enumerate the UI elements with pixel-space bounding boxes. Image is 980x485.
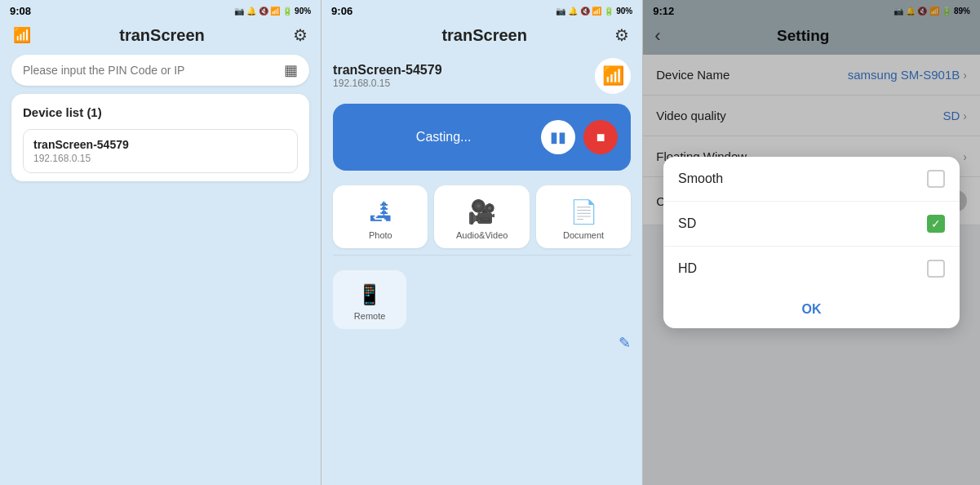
device-header-row: tranScreen-54579 192.168.0.15 📶 xyxy=(321,51,642,97)
status-icons-2: 📷 🔔 🔇 📶 🔋 90% xyxy=(556,7,632,16)
edit-icon[interactable]: ✎ xyxy=(619,334,631,352)
device-name-1: tranScreen-54579 xyxy=(33,138,287,151)
media-photo[interactable]: 🏞 Photo xyxy=(333,185,428,248)
status-bar-1: 9:08 📷 🔔 🔇 📶 🔋 90% xyxy=(0,0,321,20)
app-title-1: tranScreen xyxy=(119,26,205,45)
remote-section: 📱 Remote xyxy=(333,270,631,329)
casting-text: Casting... xyxy=(346,130,541,145)
gear-icon-1[interactable]: ⚙ xyxy=(293,25,308,45)
casting-card: Casting... ▮▮ ■ xyxy=(333,104,631,171)
panel-device-list: 9:08 📷 🔔 🔇 📶 🔋 90% 📶 tranScreen ⚙ ▦ Devi… xyxy=(0,0,321,485)
device-info: tranScreen-54579 192.168.0.15 xyxy=(333,63,441,89)
remote-label: Remote xyxy=(354,311,386,321)
status-bar-2: 9:06 📷 🔔 🔇 📶 🔋 90% xyxy=(321,0,642,20)
remote-card[interactable]: 📱 Remote xyxy=(333,270,406,329)
media-grid: 🏞 Photo 🎥 Audio&Video 📄 Document xyxy=(333,185,631,248)
time-2: 9:06 xyxy=(331,5,353,17)
gear-icon-2[interactable]: ⚙ xyxy=(614,25,629,45)
photo-icon: 🏞 xyxy=(369,198,392,225)
dialog-option-sd[interactable]: SD ✓ xyxy=(663,202,960,247)
device-avatar: 📶 xyxy=(595,58,631,94)
search-bar[interactable]: ▦ xyxy=(11,55,309,86)
wifi-icon: 📶 xyxy=(13,26,31,44)
dialog-option-hd[interactable]: HD xyxy=(663,247,960,291)
remote-icon: 📱 xyxy=(357,283,382,306)
scan-icon[interactable]: ▦ xyxy=(284,61,298,79)
time-1: 9:08 xyxy=(10,5,31,17)
device-header-ip: 192.168.0.15 xyxy=(333,78,441,89)
dialog-option-smooth[interactable]: Smooth xyxy=(663,157,960,202)
hd-checkbox[interactable] xyxy=(927,260,945,278)
app-title-2: tranScreen xyxy=(441,26,527,45)
audiovideo-label: Audio&Video xyxy=(456,230,508,240)
audiovideo-icon: 🎥 xyxy=(468,198,496,225)
top-bar-1: 📶 tranScreen ⚙ xyxy=(0,20,321,51)
dialog-overlay: Smooth SD ✓ HD OK xyxy=(643,0,980,485)
device-header-name: tranScreen-54579 xyxy=(333,63,441,78)
status-icons-1: 📷 🔔 🔇 📶 🔋 90% xyxy=(234,7,311,16)
sd-label: SD xyxy=(678,216,696,231)
sd-checkbox[interactable]: ✓ xyxy=(927,215,945,233)
document-icon: 📄 xyxy=(570,198,598,225)
panel-casting: 9:06 📷 🔔 🔇 📶 🔋 90% tranScreen ⚙ tranScre… xyxy=(321,0,643,485)
smooth-checkbox[interactable] xyxy=(927,170,945,188)
stop-button[interactable]: ■ xyxy=(583,120,618,154)
bottom-row: ✎ xyxy=(321,329,642,357)
smooth-label: Smooth xyxy=(678,171,723,186)
divider xyxy=(333,255,631,256)
document-label: Document xyxy=(563,230,604,240)
media-document[interactable]: 📄 Document xyxy=(536,185,631,248)
device-item[interactable]: tranScreen-54579 192.168.0.15 xyxy=(23,129,298,173)
hd-label: HD xyxy=(678,261,697,276)
search-input[interactable] xyxy=(23,64,277,77)
video-quality-dialog: Smooth SD ✓ HD OK xyxy=(663,157,960,328)
photo-label: Photo xyxy=(369,230,392,240)
pause-button[interactable]: ▮▮ xyxy=(541,120,575,154)
panel-setting: 9:12 📷 🔔 🔇 📶 🔋 89% ‹ Setting Device Name… xyxy=(643,0,980,485)
media-audiovideo[interactable]: 🎥 Audio&Video xyxy=(434,185,529,248)
dialog-ok-button[interactable]: OK xyxy=(663,291,960,328)
top-bar-2: tranScreen ⚙ xyxy=(321,20,642,51)
device-list-title: Device list (1) xyxy=(23,105,298,119)
device-list-card: Device list (1) tranScreen-54579 192.168… xyxy=(11,94,309,181)
device-ip-1: 192.168.0.15 xyxy=(33,153,287,164)
